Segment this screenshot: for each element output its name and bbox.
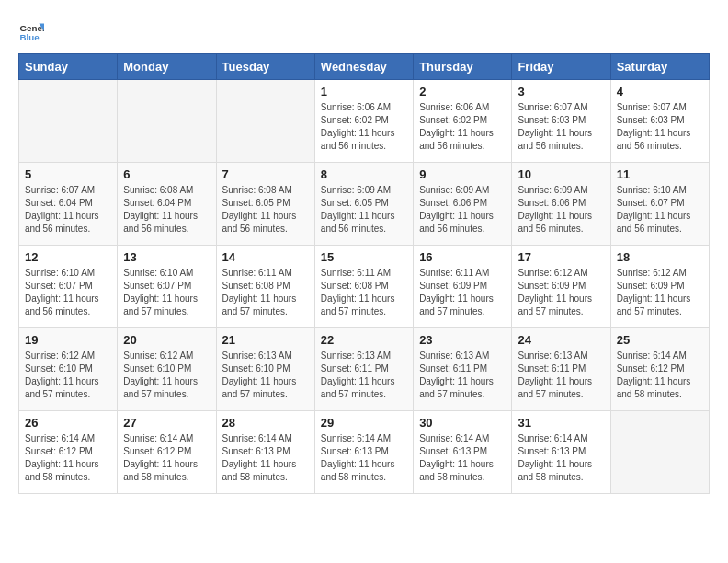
calendar-cell: 1Sunrise: 6:06 AM Sunset: 6:02 PM Daylig… (314, 80, 413, 163)
day-info: Sunrise: 6:12 AM Sunset: 6:09 PM Dayligh… (518, 267, 604, 318)
day-info: Sunrise: 6:11 AM Sunset: 6:08 PM Dayligh… (321, 267, 407, 318)
calendar-cell: 18Sunrise: 6:12 AM Sunset: 6:09 PM Dayli… (610, 246, 709, 328)
day-number: 13 (123, 250, 210, 264)
day-number: 11 (617, 167, 703, 181)
calendar-cell: 26Sunrise: 6:14 AM Sunset: 6:12 PM Dayli… (19, 411, 118, 494)
day-number: 22 (321, 333, 407, 347)
calendar-cell: 8Sunrise: 6:09 AM Sunset: 6:05 PM Daylig… (314, 163, 413, 246)
day-number: 5 (25, 167, 111, 181)
day-info: Sunrise: 6:14 AM Sunset: 6:13 PM Dayligh… (222, 432, 309, 484)
calendar-cell: 15Sunrise: 6:11 AM Sunset: 6:08 PM Dayli… (314, 246, 413, 328)
day-number: 21 (222, 333, 309, 347)
calendar-cell (610, 411, 709, 494)
day-info: Sunrise: 6:09 AM Sunset: 6:06 PM Dayligh… (518, 184, 604, 236)
calendar-week-4: 19Sunrise: 6:12 AM Sunset: 6:10 PM Dayli… (19, 328, 710, 411)
calendar-cell: 13Sunrise: 6:10 AM Sunset: 6:07 PM Dayli… (118, 246, 216, 328)
day-info: Sunrise: 6:07 AM Sunset: 6:04 PM Dayligh… (25, 184, 111, 236)
weekday-wednesday: Wednesday (314, 54, 413, 80)
day-info: Sunrise: 6:13 AM Sunset: 6:11 PM Dayligh… (321, 350, 407, 401)
calendar-cell: 20Sunrise: 6:12 AM Sunset: 6:10 PM Dayli… (118, 328, 216, 411)
day-info: Sunrise: 6:14 AM Sunset: 6:13 PM Dayligh… (518, 432, 604, 484)
day-number: 15 (321, 250, 407, 264)
day-number: 17 (518, 250, 604, 264)
calendar-week-3: 12Sunrise: 6:10 AM Sunset: 6:07 PM Dayli… (19, 246, 710, 328)
day-number: 30 (419, 416, 506, 430)
calendar-cell: 2Sunrise: 6:06 AM Sunset: 6:02 PM Daylig… (414, 80, 512, 163)
day-info: Sunrise: 6:09 AM Sunset: 6:06 PM Dayligh… (419, 184, 506, 236)
calendar-header: SundayMondayTuesdayWednesdayThursdayFrid… (19, 54, 710, 80)
calendar-cell: 24Sunrise: 6:13 AM Sunset: 6:11 PM Dayli… (512, 328, 610, 411)
calendar-cell: 17Sunrise: 6:12 AM Sunset: 6:09 PM Dayli… (512, 246, 610, 328)
day-info: Sunrise: 6:10 AM Sunset: 6:07 PM Dayligh… (123, 267, 210, 318)
calendar-cell: 19Sunrise: 6:12 AM Sunset: 6:10 PM Dayli… (19, 328, 118, 411)
calendar-cell (19, 80, 118, 163)
calendar-cell (118, 80, 216, 163)
weekday-monday: Monday (118, 54, 216, 80)
day-number: 20 (123, 333, 210, 347)
calendar-cell: 22Sunrise: 6:13 AM Sunset: 6:11 PM Dayli… (314, 328, 413, 411)
day-info: Sunrise: 6:12 AM Sunset: 6:10 PM Dayligh… (123, 350, 210, 401)
calendar-body: 1Sunrise: 6:06 AM Sunset: 6:02 PM Daylig… (19, 80, 710, 494)
calendar-cell: 7Sunrise: 6:08 AM Sunset: 6:05 PM Daylig… (216, 163, 314, 246)
day-number: 29 (321, 416, 407, 430)
day-info: Sunrise: 6:13 AM Sunset: 6:11 PM Dayligh… (419, 350, 506, 401)
calendar-cell: 27Sunrise: 6:14 AM Sunset: 6:12 PM Dayli… (118, 411, 216, 494)
day-info: Sunrise: 6:11 AM Sunset: 6:08 PM Dayligh… (222, 267, 309, 318)
weekday-sunday: Sunday (19, 54, 118, 80)
day-number: 3 (518, 85, 604, 98)
calendar-cell: 31Sunrise: 6:14 AM Sunset: 6:13 PM Dayli… (512, 411, 610, 494)
day-number: 14 (222, 250, 309, 264)
day-info: Sunrise: 6:08 AM Sunset: 6:05 PM Dayligh… (222, 184, 309, 236)
calendar-cell: 29Sunrise: 6:14 AM Sunset: 6:13 PM Dayli… (314, 411, 413, 494)
calendar-cell: 5Sunrise: 6:07 AM Sunset: 6:04 PM Daylig… (19, 163, 118, 246)
day-info: Sunrise: 6:12 AM Sunset: 6:10 PM Dayligh… (25, 350, 111, 401)
calendar-cell: 16Sunrise: 6:11 AM Sunset: 6:09 PM Dayli… (414, 246, 512, 328)
logo: General Blue (18, 18, 48, 44)
day-number: 12 (25, 250, 111, 264)
calendar-cell: 6Sunrise: 6:08 AM Sunset: 6:04 PM Daylig… (118, 163, 216, 246)
day-number: 19 (25, 333, 111, 347)
calendar-cell: 10Sunrise: 6:09 AM Sunset: 6:06 PM Dayli… (512, 163, 610, 246)
svg-text:Blue: Blue (19, 32, 40, 42)
day-info: Sunrise: 6:14 AM Sunset: 6:13 PM Dayligh… (321, 432, 407, 484)
day-number: 7 (222, 167, 309, 181)
day-number: 2 (419, 85, 506, 98)
day-number: 24 (518, 333, 604, 347)
day-number: 27 (123, 416, 210, 430)
day-number: 25 (617, 333, 703, 347)
day-info: Sunrise: 6:13 AM Sunset: 6:10 PM Dayligh… (222, 350, 309, 401)
calendar-cell: 28Sunrise: 6:14 AM Sunset: 6:13 PM Dayli… (216, 411, 314, 494)
day-info: Sunrise: 6:12 AM Sunset: 6:09 PM Dayligh… (617, 267, 703, 318)
weekday-saturday: Saturday (610, 54, 709, 80)
day-info: Sunrise: 6:11 AM Sunset: 6:09 PM Dayligh… (419, 267, 506, 318)
calendar-cell (216, 80, 314, 163)
day-info: Sunrise: 6:10 AM Sunset: 6:07 PM Dayligh… (617, 184, 703, 236)
day-number: 6 (123, 167, 210, 181)
calendar-week-5: 26Sunrise: 6:14 AM Sunset: 6:12 PM Dayli… (19, 411, 710, 494)
day-number: 1 (321, 85, 407, 98)
calendar-cell: 9Sunrise: 6:09 AM Sunset: 6:06 PM Daylig… (414, 163, 512, 246)
calendar-cell: 23Sunrise: 6:13 AM Sunset: 6:11 PM Dayli… (414, 328, 512, 411)
day-number: 28 (222, 416, 309, 430)
day-info: Sunrise: 6:14 AM Sunset: 6:12 PM Dayligh… (123, 432, 210, 484)
day-info: Sunrise: 6:07 AM Sunset: 6:03 PM Dayligh… (518, 101, 604, 153)
day-info: Sunrise: 6:07 AM Sunset: 6:03 PM Dayligh… (617, 101, 703, 153)
weekday-friday: Friday (512, 54, 610, 80)
day-number: 16 (419, 250, 506, 264)
weekday-thursday: Thursday (414, 54, 512, 80)
day-info: Sunrise: 6:14 AM Sunset: 6:12 PM Dayligh… (25, 432, 111, 484)
day-number: 9 (419, 167, 506, 181)
day-number: 23 (419, 333, 506, 347)
calendar-cell: 25Sunrise: 6:14 AM Sunset: 6:12 PM Dayli… (610, 328, 709, 411)
day-info: Sunrise: 6:06 AM Sunset: 6:02 PM Dayligh… (419, 101, 506, 153)
calendar-cell: 12Sunrise: 6:10 AM Sunset: 6:07 PM Dayli… (19, 246, 118, 328)
day-info: Sunrise: 6:13 AM Sunset: 6:11 PM Dayligh… (518, 350, 604, 401)
logo-icon: General Blue (18, 18, 44, 44)
day-number: 8 (321, 167, 407, 181)
calendar-cell: 14Sunrise: 6:11 AM Sunset: 6:08 PM Dayli… (216, 246, 314, 328)
day-info: Sunrise: 6:08 AM Sunset: 6:04 PM Dayligh… (123, 184, 210, 236)
day-info: Sunrise: 6:09 AM Sunset: 6:05 PM Dayligh… (321, 184, 407, 236)
day-number: 10 (518, 167, 604, 181)
calendar-cell: 4Sunrise: 6:07 AM Sunset: 6:03 PM Daylig… (610, 80, 709, 163)
header: General Blue (18, 18, 710, 44)
